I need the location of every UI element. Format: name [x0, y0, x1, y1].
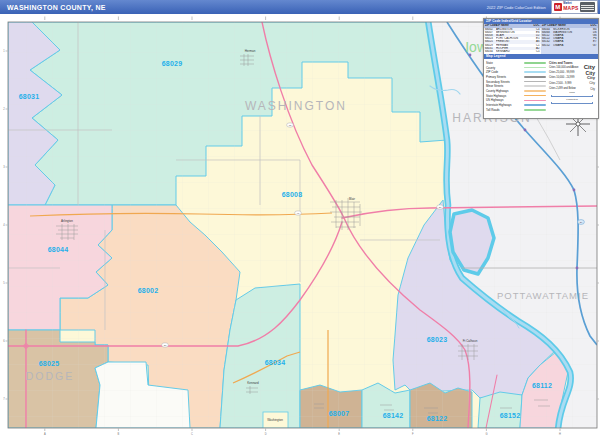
svg-text:B: B — [118, 432, 120, 436]
county-label-dodge: DODGE — [26, 370, 75, 382]
legend-swatch — [524, 71, 546, 73]
legend-line-items: State County ZIP Code Primary Streets Se… — [484, 59, 548, 118]
zip-label-68034: 68034 — [265, 359, 285, 366]
zip-label-68122: 68122 — [427, 415, 447, 422]
svg-text:7: 7 — [3, 397, 5, 401]
zip-label-68025: 68025 — [39, 360, 59, 367]
town-label-fort-calhoun: Ft Calhoun — [463, 339, 478, 343]
town-label-herman: Herman — [245, 49, 256, 53]
logo-name: MAPS — [563, 6, 578, 11]
edition-label: 2022 ZIP Code ColorCast Edition — [487, 5, 551, 10]
publisher-logo: M Market MAPS — [551, 0, 598, 14]
svg-text:F: F — [412, 432, 414, 436]
zip-index-tables: ZIP CodeZIP NameLOC 68002ARLINGTONC4 680… — [484, 24, 598, 54]
logo-mark-icon: M — [554, 3, 562, 11]
zip-label-68008: 68008 — [282, 191, 302, 198]
grid-row-labels: 1234567 — [3, 49, 5, 401]
zip-label-68142: 68142 — [383, 412, 403, 419]
svg-text:5: 5 — [3, 281, 5, 285]
legend-swatch — [524, 81, 546, 83]
logo-badge — [580, 2, 595, 12]
legend-swatch — [524, 62, 546, 64]
svg-text:D: D — [265, 432, 267, 436]
zip-label-68029: 68029 — [162, 60, 182, 67]
county-label-pottawattamie: POTTAWATTAMIE — [497, 290, 589, 301]
index-legend-panel: ZIP Code Index/Grid Locator ZIP CodeZIP … — [483, 18, 599, 119]
legend-swatch — [524, 104, 546, 106]
svg-text:3: 3 — [3, 165, 5, 169]
zip-label-68044: 68044 — [48, 246, 68, 253]
legend-swatch — [524, 67, 546, 69]
town-label-blair: Blair — [349, 197, 355, 201]
svg-text:4: 4 — [3, 223, 5, 227]
legend-item: Toll Roads — [486, 107, 546, 112]
legend-swatch — [524, 76, 546, 78]
town-label-arlington: Arlington — [61, 219, 73, 223]
zip-index-table-right: ZIP CodeZIP NameLOC 68044NICKERSONB4 680… — [541, 24, 598, 54]
table-row: 68152OMAHAG7 — [541, 44, 598, 47]
town-label-kennard: Kennard — [247, 381, 259, 385]
logo-text: Market MAPS — [563, 3, 578, 11]
map-document-page: 30 75 91 30 29 WASHINGTON HARRISON POTTA… — [0, 0, 600, 436]
zip-label-68023: 68023 — [427, 336, 447, 343]
svg-text:A: A — [44, 432, 46, 436]
grid-column-labels: ABCDEFGH — [44, 432, 561, 436]
zip-label-68002: 68002 — [138, 287, 158, 294]
herman-streets — [240, 54, 254, 66]
svg-text:E: E — [338, 432, 340, 436]
svg-text:G: G — [485, 432, 487, 436]
svg-text:C: C — [191, 432, 193, 436]
scale-bar-miles: Miles — [549, 91, 595, 98]
zip-label-68031: 68031 — [19, 93, 39, 100]
zip-index-table-left: ZIP CodeZIP NameLOC 68002ARLINGTONC4 680… — [484, 24, 541, 54]
legend-swatch — [524, 95, 546, 97]
svg-text:2: 2 — [3, 107, 5, 111]
zip-label-68007: 68007 — [329, 410, 349, 417]
zip-label-68112: 68112 — [532, 382, 552, 389]
legend-swatch — [524, 85, 546, 87]
town-label-washington: Washington — [267, 418, 283, 422]
legend-swatch — [524, 109, 546, 111]
legend-swatch — [524, 90, 546, 92]
zip-label-68152: 68152 — [500, 412, 520, 419]
svg-text:H: H — [559, 432, 561, 436]
svg-text:6: 6 — [3, 339, 5, 343]
legend-city-column: Cities and Towns Cities 100,000 and Abov… — [548, 59, 598, 118]
county-label-washington: WASHINGTON — [245, 99, 347, 113]
legend-body: State County ZIP Code Primary Streets Se… — [484, 59, 598, 118]
map-title: WASHINGTON COUNTY, NE — [0, 4, 106, 11]
legend-swatch — [524, 100, 546, 102]
scale-bar-kilometers: Kilometers — [549, 98, 595, 105]
svg-text:1: 1 — [3, 49, 5, 53]
title-bar: WASHINGTON COUNTY, NE 2022 ZIP Code Colo… — [0, 0, 600, 14]
table-row: 68034KENNARDC5 — [484, 50, 541, 53]
